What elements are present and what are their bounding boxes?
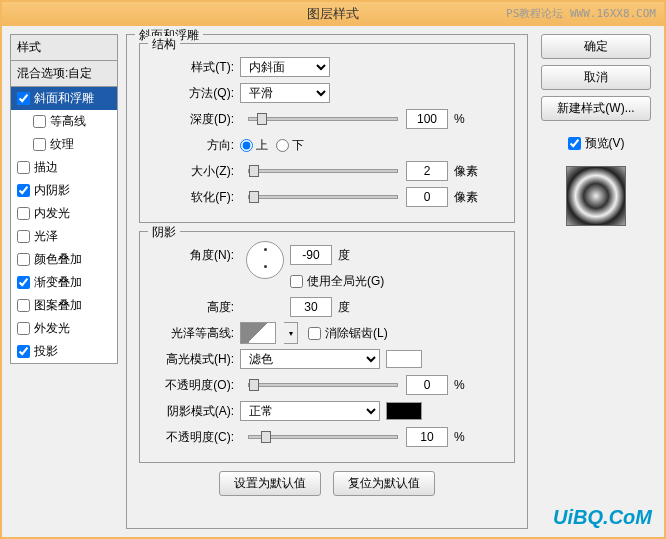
texture-checkbox[interactable] [33, 138, 46, 151]
highlight-opacity-unit: % [454, 378, 465, 392]
new-style-button[interactable]: 新建样式(W)... [541, 96, 651, 121]
size-slider[interactable] [248, 169, 398, 173]
chevron-down-icon[interactable]: ▾ [284, 322, 298, 344]
set-default-button[interactable]: 设置为默认值 [219, 471, 321, 496]
style-item-inner-shadow[interactable]: 内阴影 [11, 179, 117, 202]
angle-label: 角度(N): [150, 247, 240, 264]
drop-shadow-checkbox[interactable] [17, 345, 30, 358]
styles-header[interactable]: 样式 [10, 34, 118, 61]
style-item-contour[interactable]: 等高线 [11, 110, 117, 133]
shadow-opacity-unit: % [454, 430, 465, 444]
satin-checkbox[interactable] [17, 230, 30, 243]
antialias-label: 消除锯齿(L) [325, 325, 388, 342]
altitude-unit: 度 [338, 299, 350, 316]
highlight-opacity-input[interactable] [406, 375, 448, 395]
style-item-drop-shadow[interactable]: 投影 [11, 340, 117, 363]
angle-dial[interactable] [246, 241, 284, 279]
soften-unit: 像素 [454, 189, 478, 206]
highlight-opacity-slider[interactable] [248, 383, 398, 387]
style-item-pattern-overlay[interactable]: 图案叠加 [11, 294, 117, 317]
inner-glow-checkbox[interactable] [17, 207, 30, 220]
depth-unit: % [454, 112, 465, 126]
style-list: 斜面和浮雕 等高线 纹理 描边 内阴影 内发光 光泽 颜色叠加 渐变叠加 图案叠… [10, 87, 118, 364]
settings-panel: 斜面和浮雕 结构 样式(T): 内斜面 方法(Q): 平滑 深度(D): % [126, 34, 528, 529]
color-overlay-checkbox[interactable] [17, 253, 30, 266]
global-light-checkbox[interactable] [290, 275, 303, 288]
size-label: 大小(Z): [150, 163, 240, 180]
gradient-overlay-checkbox[interactable] [17, 276, 30, 289]
inner-shadow-checkbox[interactable] [17, 184, 30, 197]
size-unit: 像素 [454, 163, 478, 180]
reset-default-button[interactable]: 复位为默认值 [333, 471, 435, 496]
highlight-opacity-label: 不透明度(O): [150, 377, 240, 394]
soften-slider[interactable] [248, 195, 398, 199]
preview-label: 预览(V) [585, 135, 625, 152]
highlight-mode-label: 高光模式(H): [150, 351, 240, 368]
soften-label: 软化(F): [150, 189, 240, 206]
altitude-label: 高度: [150, 299, 240, 316]
right-panel: 确定 取消 新建样式(W)... 预览(V) [536, 34, 656, 529]
soften-input[interactable] [406, 187, 448, 207]
window-title: 图层样式 [307, 5, 359, 23]
bevel-checkbox[interactable] [17, 92, 30, 105]
outer-glow-checkbox[interactable] [17, 322, 30, 335]
titlebar: 图层样式 PS教程论坛 WWW.16XX8.COM [2, 2, 664, 26]
highlight-color-swatch[interactable] [386, 350, 422, 368]
watermark-bottom: UiBQ.CoM [553, 506, 652, 529]
technique-label: 方法(Q): [150, 85, 240, 102]
angle-unit: 度 [338, 247, 350, 264]
depth-label: 深度(D): [150, 111, 240, 128]
style-item-bevel[interactable]: 斜面和浮雕 [11, 87, 117, 110]
angle-input[interactable] [290, 245, 332, 265]
contour-checkbox[interactable] [33, 115, 46, 128]
structure-title: 结构 [148, 36, 180, 53]
shadow-color-swatch[interactable] [386, 402, 422, 420]
style-select[interactable]: 内斜面 [240, 57, 330, 77]
altitude-input[interactable] [290, 297, 332, 317]
ok-button[interactable]: 确定 [541, 34, 651, 59]
shadow-opacity-input[interactable] [406, 427, 448, 447]
shadow-mode-label: 阴影模式(A): [150, 403, 240, 420]
stroke-checkbox[interactable] [17, 161, 30, 174]
global-light-label: 使用全局光(G) [307, 273, 384, 290]
blend-options[interactable]: 混合选项:自定 [10, 61, 118, 87]
shadow-opacity-label: 不透明度(C): [150, 429, 240, 446]
structure-fieldset: 结构 样式(T): 内斜面 方法(Q): 平滑 深度(D): % 方向: [139, 43, 515, 223]
style-item-outer-glow[interactable]: 外发光 [11, 317, 117, 340]
gloss-contour-picker[interactable] [240, 322, 276, 344]
shading-fieldset: 阴影 角度(N): 度 使用全局光(G) [139, 231, 515, 463]
direction-up-radio[interactable]: 上 [240, 137, 268, 154]
default-buttons: 设置为默认值 复位为默认值 [139, 471, 515, 496]
styles-panel: 样式 混合选项:自定 斜面和浮雕 等高线 纹理 描边 内阴影 内发光 光泽 颜色… [10, 34, 118, 529]
technique-select[interactable]: 平滑 [240, 83, 330, 103]
depth-input[interactable] [406, 109, 448, 129]
gloss-label: 光泽等高线: [150, 325, 240, 342]
direction-label: 方向: [150, 137, 240, 154]
style-item-texture[interactable]: 纹理 [11, 133, 117, 156]
style-item-gradient-overlay[interactable]: 渐变叠加 [11, 271, 117, 294]
style-item-satin[interactable]: 光泽 [11, 225, 117, 248]
shadow-mode-select[interactable]: 正常 [240, 401, 380, 421]
highlight-mode-select[interactable]: 滤色 [240, 349, 380, 369]
shading-title: 阴影 [148, 224, 180, 241]
direction-down-radio[interactable]: 下 [276, 137, 304, 154]
style-label: 样式(T): [150, 59, 240, 76]
style-item-inner-glow[interactable]: 内发光 [11, 202, 117, 225]
watermark-top: PS教程论坛 WWW.16XX8.COM [506, 6, 656, 21]
size-input[interactable] [406, 161, 448, 181]
depth-slider[interactable] [248, 117, 398, 121]
antialias-checkbox[interactable] [308, 327, 321, 340]
preview-thumbnail [566, 166, 626, 226]
style-item-stroke[interactable]: 描边 [11, 156, 117, 179]
pattern-overlay-checkbox[interactable] [17, 299, 30, 312]
layer-style-dialog: 图层样式 PS教程论坛 WWW.16XX8.COM 样式 混合选项:自定 斜面和… [0, 0, 666, 539]
style-item-color-overlay[interactable]: 颜色叠加 [11, 248, 117, 271]
cancel-button[interactable]: 取消 [541, 65, 651, 90]
content: 样式 混合选项:自定 斜面和浮雕 等高线 纹理 描边 内阴影 内发光 光泽 颜色… [2, 26, 664, 537]
shadow-opacity-slider[interactable] [248, 435, 398, 439]
preview-checkbox[interactable] [568, 137, 581, 150]
